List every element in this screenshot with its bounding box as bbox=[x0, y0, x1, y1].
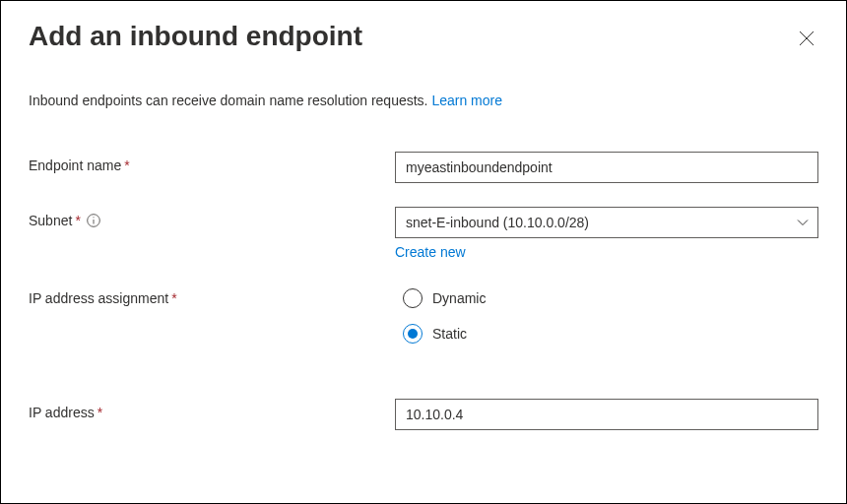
required-indicator: * bbox=[171, 290, 176, 306]
radio-icon bbox=[403, 288, 423, 308]
required-indicator: * bbox=[124, 158, 129, 173]
ip-assignment-label-text: IP address assignment bbox=[29, 290, 168, 306]
required-indicator: * bbox=[75, 213, 80, 228]
endpoint-name-label: Endpoint name * bbox=[29, 152, 395, 173]
ip-address-label: IP address * bbox=[29, 399, 395, 420]
create-new-subnet-link[interactable]: Create new bbox=[395, 244, 466, 260]
endpoint-name-input[interactable] bbox=[395, 152, 818, 183]
learn-more-link[interactable]: Learn more bbox=[431, 93, 502, 108]
intro-text: Inbound endpoints can receive domain nam… bbox=[29, 93, 818, 108]
ip-address-input[interactable] bbox=[395, 399, 818, 430]
close-icon bbox=[799, 31, 814, 49]
required-indicator: * bbox=[98, 405, 102, 420]
ip-assignment-label: IP address assignment * bbox=[29, 284, 395, 306]
radio-icon bbox=[403, 324, 423, 344]
radio-option-static[interactable]: Static bbox=[403, 324, 818, 344]
panel-title: Add an inbound endpoint bbox=[29, 21, 362, 52]
svg-point-4 bbox=[93, 217, 94, 218]
ip-address-label-text: IP address bbox=[29, 405, 95, 420]
radio-label-static: Static bbox=[432, 326, 467, 342]
subnet-select[interactable]: snet-E-inbound (10.10.0.0/28) bbox=[395, 207, 818, 238]
endpoint-name-label-text: Endpoint name bbox=[29, 158, 121, 173]
close-button[interactable] bbox=[795, 27, 818, 53]
subnet-label-text: Subnet bbox=[29, 213, 72, 228]
subnet-label: Subnet * bbox=[29, 207, 395, 228]
info-icon[interactable] bbox=[87, 214, 100, 227]
ip-assignment-radio-group: Dynamic Static bbox=[395, 284, 818, 344]
intro-description: Inbound endpoints can receive domain nam… bbox=[29, 93, 431, 108]
radio-option-dynamic[interactable]: Dynamic bbox=[403, 288, 818, 308]
radio-label-dynamic: Dynamic bbox=[432, 290, 486, 306]
